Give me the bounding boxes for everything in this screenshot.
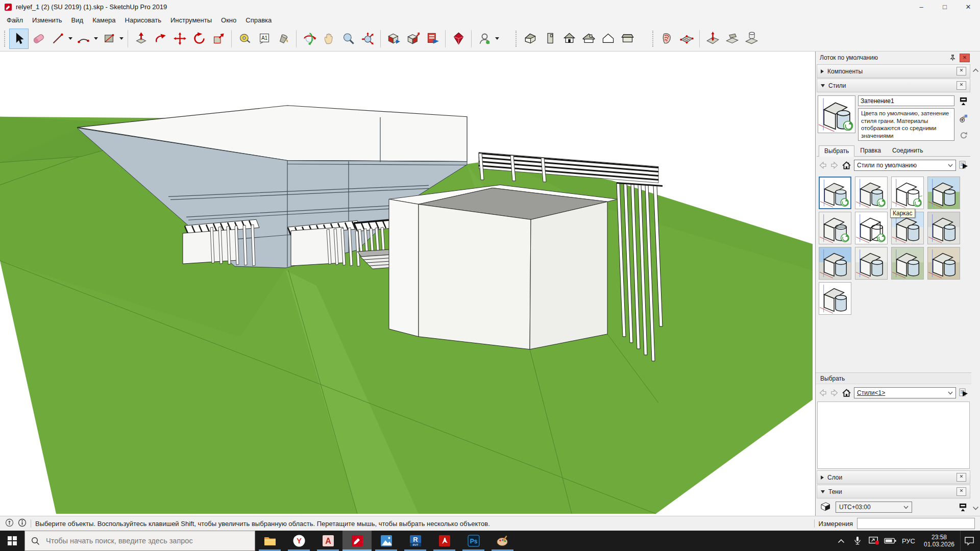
style-thumbnail-shaded-default[interactable] — [819, 177, 851, 209]
follow-me-tool[interactable] — [151, 29, 170, 49]
get-models-tool[interactable] — [384, 29, 403, 49]
section-shadows[interactable]: Тени ✕ — [817, 485, 970, 498]
style-thumbnail-wireframe[interactable] — [855, 212, 888, 244]
taskbar-app-file-explorer[interactable] — [255, 531, 284, 551]
menu-item-2[interactable]: Вид — [67, 15, 88, 26]
stamp-tool[interactable] — [722, 29, 742, 49]
zoom-tool[interactable] — [338, 29, 358, 49]
refresh-icon[interactable] — [958, 130, 968, 140]
arc-dropdown-caret-icon[interactable] — [93, 29, 99, 48]
chevron-up-icon[interactable] — [834, 531, 849, 551]
taskbar-app-yandex-browser[interactable]: Y — [284, 531, 313, 551]
pin-icon[interactable] — [948, 54, 957, 62]
from-contours-tool[interactable] — [657, 29, 677, 49]
windows-start-icon[interactable] — [0, 531, 24, 551]
style-thumbnail-hidden-line[interactable] — [891, 177, 924, 209]
style-thumbnail-shaded-light[interactable] — [855, 247, 888, 280]
menu-item-7[interactable]: Справка — [241, 15, 276, 26]
taskbar-app-revit[interactable]: RRVT — [401, 531, 430, 551]
pane-toggle-icon[interactable] — [958, 96, 968, 106]
style-thumbnail-shaded-2[interactable] — [855, 177, 888, 209]
secondary-collection-dropdown[interactable]: Стили<1> — [854, 387, 956, 398]
scale-tool[interactable] — [209, 29, 228, 49]
style-thumbnail-shaded-blue-sky[interactable] — [819, 247, 851, 280]
menu-item-1[interactable]: Изменить — [28, 15, 67, 26]
line-tool[interactable] — [48, 29, 67, 49]
sign-in-tool[interactable] — [475, 29, 494, 49]
orbit-tool[interactable] — [300, 29, 319, 49]
line-dropdown-caret-icon[interactable] — [67, 29, 74, 48]
home-icon[interactable] — [842, 388, 851, 398]
geolocation-icon[interactable] — [5, 518, 14, 529]
minimize-button[interactable]: – — [910, 0, 933, 14]
view-back-tool[interactable] — [598, 29, 618, 49]
section-styles[interactable]: Стили ✕ — [817, 79, 970, 92]
style-thumbnail-shaded-gray[interactable] — [927, 212, 960, 244]
taskbar-app-paint[interactable] — [488, 531, 517, 551]
search-input[interactable] — [45, 536, 249, 545]
rotate-tool[interactable] — [189, 29, 209, 49]
section-layers[interactable]: Слои ✕ — [817, 470, 970, 484]
info-icon[interactable] — [18, 518, 27, 529]
from-scratch-tool[interactable] — [677, 29, 696, 49]
view-iso-tool[interactable] — [521, 29, 540, 49]
toolbar-drag-handle[interactable] — [516, 31, 518, 47]
section-components-close-icon[interactable]: ✕ — [957, 67, 966, 76]
shadow-box-icon[interactable] — [819, 501, 831, 514]
cube-building[interactable] — [389, 185, 618, 349]
tape-measure-tool[interactable] — [235, 29, 254, 49]
chevron-down-icon[interactable] — [972, 505, 979, 512]
home-icon[interactable] — [842, 161, 851, 170]
tab-select[interactable]: Выбрать — [819, 145, 854, 157]
taskbar-app-autocad[interactable]: A — [313, 531, 342, 551]
language-indicator[interactable]: РУС — [899, 537, 918, 545]
section-shadows-close-icon[interactable]: ✕ — [957, 487, 966, 496]
viewport-3d[interactable] — [0, 52, 816, 516]
viewport-3d-scene[interactable] — [0, 52, 815, 516]
taskbar-clock[interactable]: 23:58 01.03.2026 — [919, 534, 959, 548]
rectangle-dropdown-caret-icon[interactable] — [118, 29, 125, 48]
menu-item-5[interactable]: Инструменты — [166, 15, 216, 26]
toolbar-drag-handle[interactable] — [652, 31, 654, 47]
share-model-tool[interactable] — [403, 29, 423, 49]
smoove-tool[interactable] — [703, 29, 722, 49]
secondary-style-list[interactable] — [817, 402, 970, 469]
taskbar-app-photoshop[interactable]: Ps — [459, 531, 488, 551]
zoom-extents-tool[interactable] — [358, 29, 377, 49]
text-tool[interactable]: A1 — [254, 29, 274, 49]
microphone-icon[interactable] — [850, 531, 865, 551]
chevron-up-icon[interactable] — [972, 67, 979, 74]
taskbar-app-acrobat[interactable] — [430, 531, 459, 551]
forward-arrow-icon[interactable] — [830, 161, 839, 170]
section-styles-close-icon[interactable]: ✕ — [957, 81, 966, 90]
style-thumbnail-shaded-textures-green[interactable] — [927, 177, 960, 209]
menu-item-0[interactable]: Файл — [2, 15, 28, 26]
menu-item-3[interactable]: Камера — [88, 15, 120, 26]
style-name-input[interactable] — [858, 95, 954, 106]
paint-bucket-tool[interactable] — [274, 29, 293, 49]
section-components[interactable]: Компоненты ✕ — [817, 64, 970, 78]
battery-icon[interactable] — [883, 531, 898, 551]
move-tool[interactable] — [170, 29, 189, 49]
tab-mix[interactable]: Соединить — [887, 145, 929, 156]
view-right-tool[interactable] — [579, 29, 598, 49]
add-style-icon[interactable] — [958, 113, 968, 123]
eraser-tool[interactable] — [29, 29, 48, 49]
maximize-button[interactable]: □ — [933, 0, 957, 14]
style-thumbnail-shaded-plain[interactable] — [819, 282, 851, 315]
menu-item-4[interactable]: Нарисовать — [120, 15, 166, 26]
style-thumbnail-xray[interactable] — [819, 212, 851, 244]
display-share-icon[interactable] — [866, 531, 881, 551]
style-thumbnail-shaded-tan[interactable] — [927, 247, 960, 280]
tab-edit[interactable]: Правка — [854, 145, 887, 156]
extension-warehouse-tool[interactable] — [449, 29, 468, 49]
details-icon[interactable] — [959, 160, 969, 170]
arc-tool[interactable] — [74, 29, 93, 49]
share-component-tool[interactable] — [423, 29, 442, 49]
back-arrow-icon[interactable] — [818, 161, 827, 170]
section-layers-close-icon[interactable]: ✕ — [957, 473, 966, 482]
view-front-tool[interactable] — [559, 29, 579, 49]
details-icon[interactable] — [959, 388, 969, 398]
push-pull-tool[interactable] — [131, 29, 151, 49]
pan-tool[interactable] — [319, 29, 338, 49]
